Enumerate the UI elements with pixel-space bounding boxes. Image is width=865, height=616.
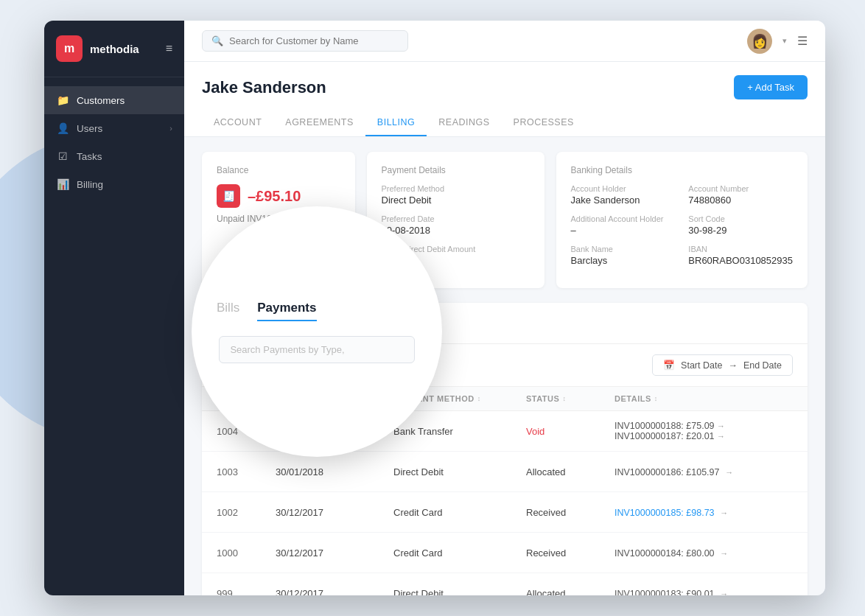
row5-payment-method: Direct Debit (393, 588, 526, 596)
bank-name-field: Bank Name Barclays (571, 245, 671, 266)
row5-id: 999 (217, 588, 276, 596)
tab-readings[interactable]: READINGS (427, 110, 501, 136)
row2-details: INV1000000186: £105.97 → (614, 466, 808, 477)
row3-id: 1002 (217, 507, 276, 518)
sidebar-label-customers: Customers (77, 95, 125, 106)
sidebar-item-users[interactable]: 👤 Users › (44, 114, 184, 142)
row2-payment-method: Direct Debit (393, 466, 526, 477)
row3-details: INV1000000185: £98.73 → (614, 507, 808, 518)
tab-processes[interactable]: PROCESSES (502, 110, 586, 136)
tab-account[interactable]: ACCOUNT (202, 110, 273, 136)
additional-account-holder-field: Additional Account Holder – (571, 214, 671, 236)
sidebar-nav: 📁 Customers 👤 Users › ☑ Tasks 📊 Billing (44, 77, 184, 595)
add-task-button[interactable]: + Add Task (734, 75, 808, 99)
row3-status: Received (526, 507, 614, 518)
row2-details-text: INV1000000186: £105.97 (614, 467, 720, 477)
row1-status: Void (526, 426, 614, 437)
row3-payment-method: Credit Card (393, 507, 526, 518)
spotlight-tabs: Bills Payments (217, 301, 417, 321)
banking-grid: Account Holder Jake Sanderson Account Nu… (571, 184, 794, 266)
payment-method-value: Direct Debit (382, 195, 530, 206)
sidebar-item-customers[interactable]: 📁 Customers (44, 86, 184, 114)
sidebar: m methodia ≡ 📁 Customers 👤 Users › ☑ Tas… (44, 21, 184, 595)
top-bar-menu-icon[interactable]: ☰ (797, 34, 808, 48)
row2-status: Allocated (526, 466, 614, 477)
row2-id: 1003 (217, 466, 276, 477)
page-tabs: ACCOUNT AGREEMENTS BILLING READINGS PROC… (202, 110, 808, 136)
table-row: 1002 30/12/2017 Credit Card Received INV… (202, 492, 808, 533)
calendar-icon: 📅 (663, 360, 675, 371)
date-range-picker[interactable]: 📅 Start Date → End Date (652, 354, 793, 376)
row5-details-text: INV1000000183: £90.01 (614, 589, 715, 596)
avatar[interactable]: 👩 (747, 29, 772, 54)
tab-billing[interactable]: BILLING (365, 110, 427, 136)
row5-details-arrow-icon: → (720, 589, 728, 596)
row3-details-arrow-icon: → (720, 508, 728, 517)
balance-value: –£95.10 (248, 188, 301, 205)
account-number-field: Account Number 74880860 (688, 184, 793, 206)
top-bar: 🔍 👩 ▾ ☰ (184, 21, 825, 62)
sort-code-field: Sort Code 30-98-29 (688, 214, 793, 236)
customers-icon: 📁 (56, 94, 69, 106)
sidebar-label-users: Users (77, 123, 102, 134)
preferred-date-row: Preferred Date 30-08-2018 (382, 214, 530, 236)
tab-agreements[interactable]: AGREEMENTS (273, 110, 365, 136)
row1-payment-method: Bank Transfer (393, 426, 526, 437)
payment-details-label: Payment Details (382, 165, 530, 175)
th-payment-sort-icon[interactable]: ↕ (477, 395, 481, 402)
row3-details-link[interactable]: INV1000000185: £98.73 (614, 508, 715, 518)
iban-field: IBAN BR60RABO0310852935 (688, 245, 793, 266)
balance-icon: 🧾 (217, 184, 240, 208)
row3-date: 30/12/2017 (276, 507, 393, 518)
th-status: STATUS ↕ (526, 394, 614, 403)
spotlight-circle: Bills Payments (192, 206, 442, 457)
row4-details-arrow-icon: → (720, 549, 728, 558)
th-status-sort-icon[interactable]: ↕ (562, 395, 566, 402)
search-box[interactable]: 🔍 (202, 30, 408, 52)
spotlight-search-input[interactable] (219, 336, 414, 363)
row5-details: INV1000000183: £90.01 → (614, 588, 808, 596)
row4-status: Received (526, 547, 614, 559)
spotlight-tab-bills[interactable]: Bills (217, 301, 239, 321)
top-bar-right: 👩 ▾ ☰ (747, 29, 808, 54)
search-input[interactable] (229, 35, 399, 46)
sidebar-logo-area: m methodia ≡ (44, 21, 184, 77)
search-icon: 🔍 (211, 35, 223, 46)
preferred-date-label: Preferred Date (382, 214, 530, 223)
page-header: Jake Sanderson + Add Task ACCOUNT AGREEM… (184, 62, 825, 137)
preferred-date-value: 30-08-2018 (382, 225, 530, 236)
row2-date: 30/01/2018 (276, 466, 393, 477)
avatar-chevron-icon[interactable]: ▾ (782, 36, 787, 46)
row4-date: 30/12/2017 (276, 547, 393, 559)
th-details: DETAILS ↕ (614, 394, 808, 403)
start-date-label: Start Date (681, 360, 722, 371)
sidebar-item-tasks[interactable]: ☑ Tasks (44, 142, 184, 170)
payment-method-row: Preferred Method Direct Debit (382, 184, 530, 206)
table-row: 1003 30/01/2018 Direct Debit Allocated I… (202, 452, 808, 492)
billing-icon: 📊 (56, 178, 69, 190)
row5-status: Allocated (526, 588, 614, 596)
sidebar-item-billing[interactable]: 📊 Billing (44, 170, 184, 198)
hamburger-icon[interactable]: ≡ (166, 42, 172, 55)
payment-method-label: Preferred Method (382, 184, 530, 193)
row4-id: 1000 (217, 547, 276, 559)
row4-details: INV1000000184: £80.00 → (614, 547, 808, 559)
banking-details-label: Banking Details (571, 165, 794, 175)
page-header-top: Jake Sanderson + Add Task (202, 75, 808, 99)
row5-date: 30/12/2017 (276, 588, 393, 596)
sidebar-label-tasks: Tasks (77, 151, 102, 162)
th-details-sort-icon[interactable]: ↕ (654, 395, 658, 402)
page-title: Jake Sanderson (202, 78, 326, 97)
table-row: 999 30/12/2017 Direct Debit Allocated IN… (202, 573, 808, 595)
spotlight-tab-payments[interactable]: Payments (257, 301, 316, 321)
users-arrow-icon: › (169, 124, 172, 133)
end-date-label: End Date (743, 360, 782, 371)
logo-icon: m (56, 35, 83, 62)
tasks-icon: ☑ (56, 150, 69, 162)
row1-details: INV1000000188: £75.09 → INV1000000187: £… (614, 421, 808, 441)
balance-card-label: Balance (217, 165, 340, 175)
table-row: 1000 30/12/2017 Credit Card Received INV… (202, 533, 808, 573)
row2-details-arrow-icon: → (725, 468, 733, 477)
sidebar-label-billing: Billing (77, 179, 103, 190)
balance-amount: 🧾 –£95.10 (217, 184, 340, 208)
